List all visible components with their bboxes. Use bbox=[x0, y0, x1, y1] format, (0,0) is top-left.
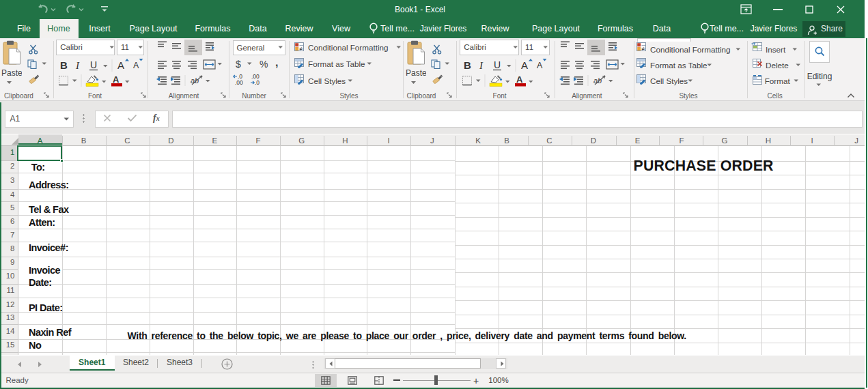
svg-text:Paste: Paste bbox=[1, 68, 22, 78]
svg-text:A: A bbox=[133, 61, 139, 70]
svg-text:A: A bbox=[537, 61, 543, 70]
svg-text:ab: ab bbox=[191, 76, 199, 85]
svg-text:.0: .0 bbox=[255, 79, 260, 86]
svg-text:ab: ab bbox=[593, 76, 602, 85]
svg-text:≠: ≠ bbox=[642, 46, 645, 52]
svg-text:≠: ≠ bbox=[300, 46, 303, 52]
svg-text:A: A bbox=[117, 59, 124, 71]
svg-text:,: , bbox=[275, 57, 278, 68]
svg-text:I: I bbox=[75, 60, 80, 71]
svg-text:A: A bbox=[516, 74, 523, 85]
svg-text:B: B bbox=[60, 59, 68, 71]
svg-text:Paste: Paste bbox=[406, 68, 426, 78]
svg-text:U: U bbox=[494, 59, 501, 70]
svg-text:A: A bbox=[113, 74, 120, 85]
svg-text:I: I bbox=[479, 60, 484, 71]
svg-text:B: B bbox=[464, 59, 471, 71]
svg-text:$: $ bbox=[236, 59, 241, 70]
svg-text:A: A bbox=[521, 59, 528, 71]
svg-text:U: U bbox=[90, 59, 97, 70]
svg-text:.00: .00 bbox=[235, 79, 243, 86]
svg-text:%: % bbox=[260, 59, 268, 70]
